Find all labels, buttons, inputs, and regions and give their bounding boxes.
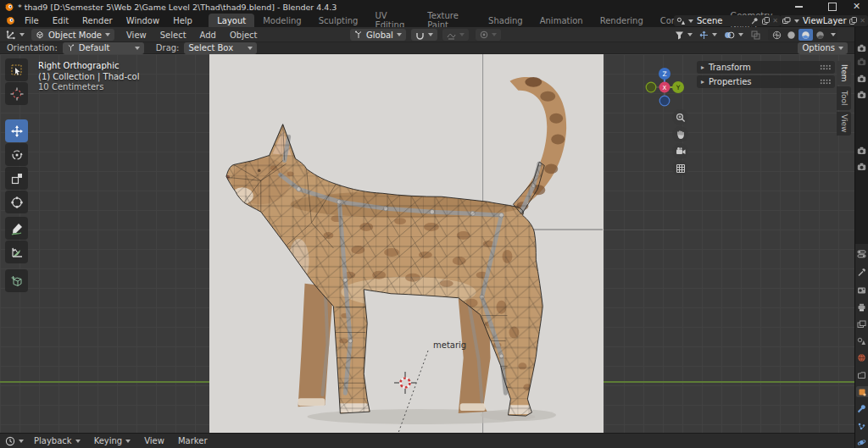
sidebar-tab-tool[interactable]: Tool (837, 86, 851, 110)
sidebar-tab-view[interactable]: View (837, 112, 851, 136)
mode-dropdown[interactable]: Object Mode (31, 29, 114, 41)
tool-scale[interactable] (5, 167, 28, 190)
orientation-dropdown[interactable]: Default (63, 42, 144, 54)
drag-dropdown[interactable]: Select Box (184, 42, 257, 54)
menu-object[interactable]: Object (223, 30, 264, 40)
viewport-canvas[interactable]: metarig Right Orthographic (1) Collectio… (0, 54, 854, 433)
object-mode-icon (36, 30, 44, 39)
tool-add-cube[interactable] (5, 269, 28, 292)
collection-properties-icon[interactable] (856, 369, 867, 380)
snap-settings-dropdown[interactable] (442, 29, 469, 41)
viewlayer-name: ViewLayer (803, 16, 847, 25)
shading-solid-button[interactable] (784, 30, 798, 40)
menu-render[interactable]: Render (75, 16, 120, 25)
camera-object-icon[interactable] (856, 73, 867, 84)
menu-select[interactable]: Select (153, 30, 193, 40)
timeline-header: Playback Keying View Marker 1 Start 1 (0, 433, 854, 448)
menu-window[interactable]: Window (120, 16, 166, 25)
snap-toggle[interactable] (411, 29, 437, 41)
tool-select-box[interactable] (5, 58, 28, 81)
tab-sculpting[interactable]: Sculpting (310, 14, 367, 27)
viewlayer-properties-icon[interactable] (856, 318, 867, 329)
minimize-icon[interactable] (795, 6, 803, 8)
timeline-editor-button[interactable] (5, 436, 24, 446)
camera-view-button[interactable] (672, 143, 688, 159)
options-dropdown[interactable]: Options (798, 42, 848, 54)
xray-toggle[interactable] (751, 30, 760, 40)
xray-icon (751, 30, 760, 40)
tool-transform[interactable] (5, 191, 28, 213)
proportional-editing-toggle[interactable] (476, 29, 501, 41)
menu-add[interactable]: Add (193, 30, 223, 40)
tab-texture-paint[interactable]: Texture Paint (419, 14, 480, 27)
overlays-toggle[interactable] (724, 30, 743, 40)
marker-menu[interactable]: Marker (171, 436, 214, 445)
shading-dropdown[interactable] (831, 33, 836, 36)
camera-object-icon[interactable] (856, 89, 867, 100)
maximize-icon[interactable] (828, 3, 837, 11)
pan-hand-button[interactable] (672, 126, 688, 142)
camera-object-icon[interactable] (856, 145, 867, 156)
editor-type-button[interactable] (5, 30, 25, 40)
tab-shading[interactable]: Shading (480, 14, 531, 27)
sidebar-tab-item[interactable]: Item (837, 61, 851, 85)
panel-grip-icon[interactable] (820, 64, 831, 70)
keying-menu[interactable]: Keying (87, 436, 138, 445)
close-icon[interactable]: ✕ (853, 1, 860, 12)
tool-measure[interactable] (5, 241, 28, 263)
scene-selector[interactable]: Scene ✕ (674, 15, 781, 26)
zoom-button[interactable] (672, 109, 688, 125)
wireframe-mesh (226, 124, 544, 416)
navigation-gizmo[interactable]: Z Y X (644, 67, 685, 108)
tab-animation[interactable]: Animation (531, 14, 592, 27)
perspective-toggle-button[interactable] (672, 160, 688, 176)
tool-properties-icon[interactable] (856, 267, 867, 278)
menu-view[interactable]: View (120, 30, 153, 40)
camera-object-icon[interactable] (856, 56, 867, 67)
new-scene-icon[interactable] (762, 17, 770, 25)
playback-menu[interactable]: Playback (27, 436, 87, 445)
remove-layer-icon[interactable]: ✕ (860, 17, 865, 25)
tool-move[interactable] (5, 119, 28, 142)
menu-file[interactable]: File (18, 16, 46, 25)
world-properties-icon[interactable] (856, 352, 867, 363)
timeline-view-menu[interactable]: View (137, 436, 171, 445)
menu-edit[interactable]: Edit (46, 16, 75, 25)
new-layer-icon[interactable] (849, 17, 857, 25)
render-properties-icon[interactable] (856, 285, 867, 296)
object-properties-icon-active[interactable] (856, 386, 868, 397)
tool-rotate[interactable] (5, 143, 28, 166)
properties-editor-icon[interactable] (856, 248, 867, 259)
particle-properties-icon[interactable] (856, 421, 867, 432)
gizmos-toggle[interactable] (699, 30, 717, 40)
pin-icon[interactable] (751, 17, 759, 25)
menu-help[interactable]: Help (166, 16, 199, 25)
proportional-edit-icon (480, 30, 488, 39)
tab-modeling[interactable]: Modeling (254, 14, 310, 27)
unlink-scene-icon[interactable]: ✕ (772, 17, 778, 25)
physics-properties-icon[interactable] (856, 437, 867, 448)
tool-cursor[interactable] (5, 82, 28, 105)
tab-layout[interactable]: Layout (209, 14, 254, 27)
camera-object-icon[interactable] (856, 42, 867, 53)
modifier-properties-icon[interactable] (856, 404, 867, 415)
shading-rendered-button[interactable] (813, 30, 827, 40)
shading-material-button[interactable] (798, 29, 813, 41)
panel-transform[interactable]: ▸ Transform (697, 61, 835, 74)
shading-wireframe-button[interactable] (770, 30, 784, 40)
viewlayer-selector[interactable]: ViewLayer ✕ (780, 15, 868, 26)
tab-rendering[interactable]: Rendering (592, 14, 652, 27)
camera-object-icon[interactable] (856, 161, 867, 172)
output-properties-icon[interactable] (856, 301, 867, 312)
panel-grip-icon[interactable] (820, 79, 831, 85)
tool-annotate[interactable] (5, 217, 28, 240)
filter-dropdown[interactable] (675, 30, 693, 40)
orientation-label: Orientation: (7, 43, 58, 53)
panel-properties[interactable]: ▸ Properties (697, 75, 835, 88)
viewport-overlay-text: Right Orthographic (1) Collection | Thad… (38, 61, 139, 93)
scene-properties-icon[interactable] (856, 335, 867, 346)
expand-arrow-icon: ▸ (701, 64, 704, 71)
tab-uv-editing[interactable]: UV Editing (366, 14, 419, 27)
blender-logo-icon[interactable] (5, 15, 16, 25)
transform-orientation-dropdown[interactable]: Global (350, 29, 406, 41)
